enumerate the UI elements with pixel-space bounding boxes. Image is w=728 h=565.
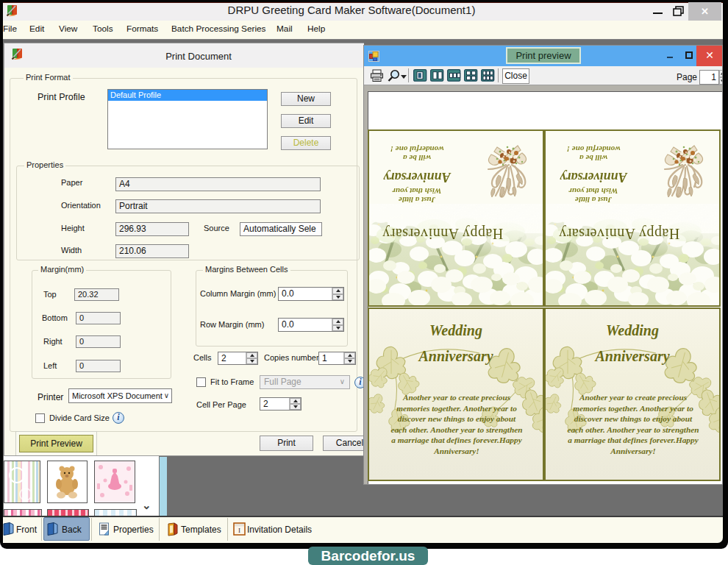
svg-text:I: I	[238, 527, 240, 534]
